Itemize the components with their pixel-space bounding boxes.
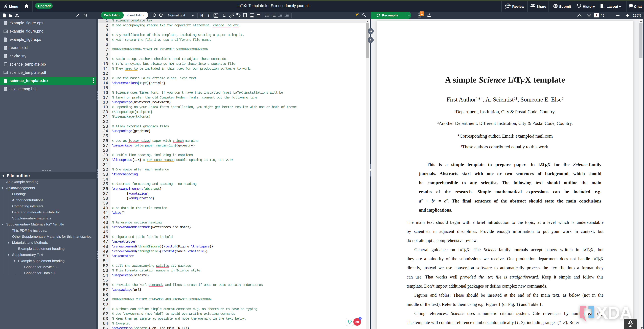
svg-text:3: 3 bbox=[272, 16, 272, 17]
svg-text:1: 1 bbox=[272, 13, 272, 14]
svg-text:2: 2 bbox=[272, 14, 272, 16]
